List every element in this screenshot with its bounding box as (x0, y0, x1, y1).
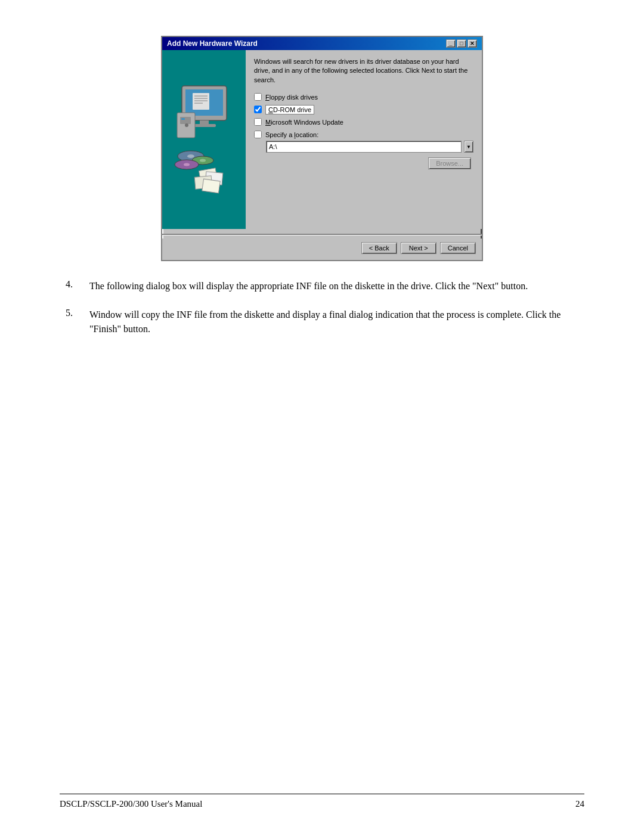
instruction-number-4: 4. (60, 279, 89, 293)
back-button[interactable]: < Back (361, 242, 397, 254)
cdrom-checkbox[interactable] (254, 106, 262, 113)
msupdate-checkbox-row: Microsoft Windows Update (254, 118, 473, 126)
svg-rect-2 (193, 93, 209, 110)
location-input[interactable] (266, 141, 462, 153)
msupdate-checkbox[interactable] (254, 118, 262, 126)
msupdate-label: Microsoft Windows Update (265, 119, 343, 126)
instruction-number-5: 5. (60, 308, 89, 336)
cdrom-label: CD-ROM drive (265, 106, 314, 113)
location-checkbox[interactable] (254, 131, 262, 138)
location-label: Specify a location: (265, 131, 318, 138)
location-input-row: ▼ (266, 141, 473, 153)
dialog-titlebar: Add New Hardware Wizard _ □ ✕ (162, 37, 482, 50)
next-button[interactable]: Next > (401, 242, 436, 254)
page-container: Add New Hardware Wizard _ □ ✕ (0, 0, 644, 833)
floppy-checkbox[interactable] (254, 93, 262, 101)
location-checkbox-row: Specify a location: (254, 131, 473, 138)
maximize-button[interactable]: □ (457, 39, 466, 48)
svg-point-16 (200, 159, 206, 162)
floppy-label: Floppy disk drives (265, 94, 318, 101)
dialog-footer: < Back Next > Cancel (162, 239, 482, 260)
titlebar-buttons: _ □ ✕ (446, 39, 477, 48)
dialog-separator (162, 234, 482, 235)
svg-point-12 (185, 123, 188, 127)
page-footer: DSCLP/SSCLP-200/300 User's Manual 24 (60, 794, 584, 809)
svg-rect-10 (180, 117, 191, 124)
svg-rect-11 (181, 118, 185, 120)
dialog-window: Add New Hardware Wizard _ □ ✕ (161, 36, 483, 261)
instruction-text-5: Window will copy the INF file from the d… (89, 308, 584, 336)
instruction-item-5: 5. Window will copy the INF file from th… (60, 308, 584, 336)
floppy-checkbox-row: Floppy disk drives (254, 93, 473, 101)
instruction-text-4: The following dialog box will display th… (89, 279, 584, 293)
dialog-illustration-panel (162, 50, 246, 229)
cancel-button[interactable]: Cancel (440, 242, 476, 254)
dialog-title: Add New Hardware Wizard (167, 39, 258, 48)
computer-illustration-svg (170, 80, 239, 199)
browse-button[interactable]: Browse... (428, 157, 471, 169)
minimize-button[interactable]: _ (446, 39, 456, 48)
svg-point-18 (184, 163, 190, 166)
svg-rect-22 (202, 179, 220, 193)
svg-rect-8 (193, 124, 216, 127)
dialog-right-panel: Windows will search for new drivers in i… (246, 50, 482, 229)
browse-row: Browse... (254, 157, 473, 169)
footer-manual-title: DSCLP/SSCLP-200/300 User's Manual (60, 799, 202, 809)
svg-point-14 (187, 154, 194, 158)
dialog-description: Windows will search for new drivers in i… (254, 57, 473, 85)
instruction-item-4: 4. The following dialog box will display… (60, 279, 584, 293)
instructions-list: 4. The following dialog box will display… (60, 279, 584, 336)
close-button[interactable]: ✕ (467, 39, 477, 48)
page-number: 24 (575, 799, 584, 809)
dialog-screenshot-area: Add New Hardware Wizard _ □ ✕ (60, 36, 584, 261)
cdrom-checkbox-row: CD-ROM drive (254, 106, 473, 113)
location-dropdown-button[interactable]: ▼ (464, 141, 473, 153)
dialog-body: Windows will search for new drivers in i… (162, 50, 482, 229)
